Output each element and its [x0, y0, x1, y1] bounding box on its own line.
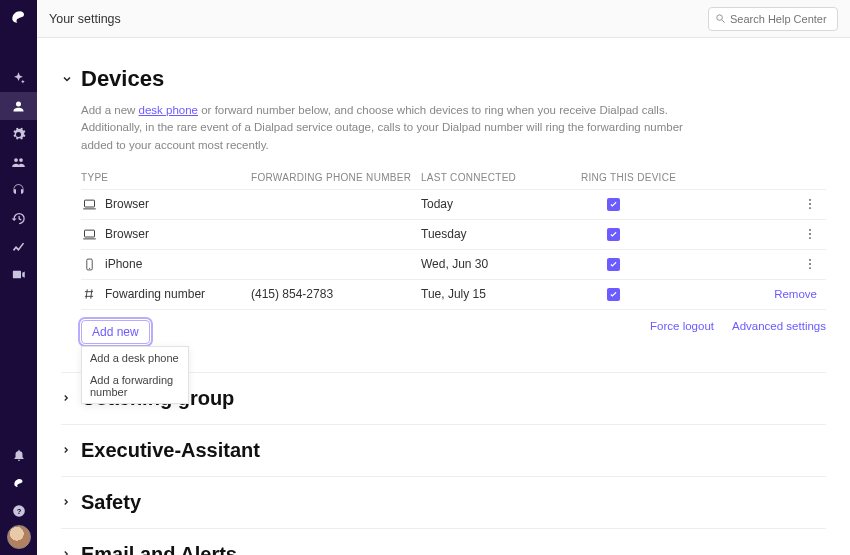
search-icon [715, 13, 726, 24]
menu-add-desk-phone[interactable]: Add a desk phone [82, 347, 188, 369]
app-logo-icon[interactable] [8, 6, 30, 28]
device-type-label: iPhone [105, 257, 142, 271]
row-more-button[interactable] [771, 197, 821, 211]
sidebar-item-video[interactable] [0, 260, 37, 288]
device-type-label: Browser [105, 227, 149, 241]
device-row: BrowserTuesday [81, 220, 826, 250]
sidebar-item-analytics[interactable] [0, 232, 37, 260]
add-new-menu: Add a desk phone Add a forwarding number [81, 346, 189, 404]
remove-device-link[interactable]: Remove [771, 288, 821, 300]
col-type: TYPE [81, 172, 251, 183]
desk-phone-link[interactable]: desk phone [139, 104, 198, 116]
sidebar-item-help[interactable]: ? [0, 497, 37, 525]
device-last-connected: Tuesday [421, 227, 581, 241]
chevron-right-icon [61, 497, 73, 507]
chevron-right-icon [61, 393, 73, 403]
section-exec[interactable]: Executive-Assitant [61, 424, 826, 476]
sidebar-item-notifications[interactable] [0, 441, 37, 469]
svg-rect-4 [84, 200, 94, 207]
device-last-connected: Today [421, 197, 581, 211]
hash-icon [81, 287, 97, 301]
sidebar-item-team[interactable] [0, 148, 37, 176]
phone-icon [81, 257, 97, 272]
svg-point-15 [88, 268, 89, 269]
sidebar-item-support[interactable] [0, 176, 37, 204]
help-search[interactable] [708, 7, 838, 31]
ring-device-checkbox[interactable] [607, 228, 620, 241]
section-safety[interactable]: Safety [61, 476, 826, 528]
svg-point-18 [809, 267, 811, 269]
device-row: Fowarding number(415) 854-2783Tue, July … [81, 280, 826, 310]
user-avatar[interactable] [7, 525, 31, 549]
sidebar-item-contacts[interactable] [0, 92, 37, 120]
laptop-icon [81, 227, 97, 242]
sidebar-item-history[interactable] [0, 204, 37, 232]
sidebar-item-settings[interactable] [0, 120, 37, 148]
laptop-icon [81, 197, 97, 212]
svg-point-16 [809, 259, 811, 261]
row-more-button[interactable] [771, 227, 821, 241]
svg-line-3 [722, 20, 725, 23]
force-logout-link[interactable]: Force logout [650, 320, 714, 332]
devices-table-header: TYPE FORWARDING PHONE NUMBER LAST CONNEC… [81, 166, 826, 190]
svg-point-12 [809, 233, 811, 235]
devices-table: TYPE FORWARDING PHONE NUMBER LAST CONNEC… [81, 166, 826, 310]
device-last-connected: Tue, July 15 [421, 287, 581, 301]
menu-add-forwarding[interactable]: Add a forwarding number [82, 369, 188, 403]
device-last-connected: Wed, Jun 30 [421, 257, 581, 271]
svg-point-8 [809, 207, 811, 209]
section-title-safety: Safety [81, 491, 141, 514]
devices-description: Add a new desk phone or forward number b… [61, 102, 701, 166]
svg-point-17 [809, 263, 811, 265]
sidebar-item-ai[interactable] [0, 64, 37, 92]
svg-point-6 [809, 199, 811, 201]
device-type-label: Fowarding number [105, 287, 205, 301]
ring-device-checkbox[interactable] [607, 258, 620, 271]
device-row: BrowserToday [81, 190, 826, 220]
section-title-devices: Devices [81, 66, 164, 92]
ring-device-checkbox[interactable] [607, 198, 620, 211]
svg-point-7 [809, 203, 811, 205]
help-search-input[interactable] [730, 13, 831, 25]
svg-text:?: ? [16, 507, 21, 516]
svg-point-11 [809, 229, 811, 231]
section-header-devices[interactable]: Devices [61, 38, 826, 102]
svg-point-13 [809, 237, 811, 239]
advanced-settings-link[interactable]: Advanced settings [732, 320, 826, 332]
section-title-exec: Executive-Assitant [81, 439, 260, 462]
topbar: Your settings [37, 0, 850, 38]
add-new-button[interactable]: Add new [81, 320, 150, 344]
chevron-right-icon [61, 549, 73, 555]
col-forwarding: FORWARDING PHONE NUMBER [251, 172, 421, 183]
row-more-button[interactable] [771, 257, 821, 271]
ring-device-checkbox[interactable] [607, 288, 620, 301]
chevron-down-icon [61, 73, 73, 85]
svg-rect-9 [84, 230, 94, 237]
main-content: Devices Add a new desk phone or forward … [37, 38, 850, 555]
chevron-right-icon [61, 445, 73, 455]
device-forwarding: (415) 854-2783 [251, 287, 421, 301]
page-title: Your settings [49, 12, 121, 26]
svg-point-2 [717, 15, 723, 21]
device-row: iPhoneWed, Jun 30 [81, 250, 826, 280]
section-email[interactable]: Email and Alerts [61, 528, 826, 555]
col-last: LAST CONNECTED [421, 172, 581, 183]
section-title-email: Email and Alerts [81, 543, 237, 555]
sidebar-item-status[interactable] [0, 469, 37, 497]
app-sidebar: ? [0, 0, 37, 555]
col-ring: RING THIS DEVICE [581, 172, 771, 183]
device-type-label: Browser [105, 197, 149, 211]
